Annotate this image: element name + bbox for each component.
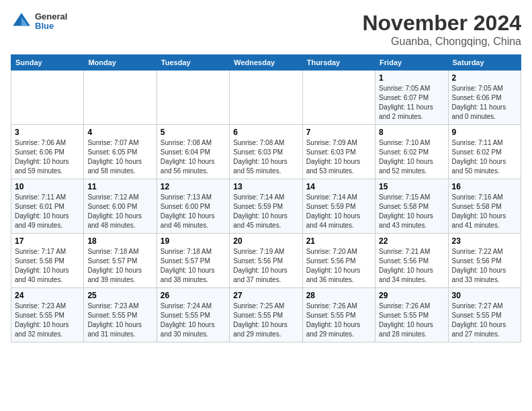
logo: General Blue <box>11 11 67 32</box>
day-number: 10 <box>15 182 80 191</box>
day-number: 13 <box>233 182 298 191</box>
calendar-week-5: 24Sunrise: 7:23 AM Sunset: 5:55 PM Dayli… <box>11 288 521 342</box>
logo-text: General Blue <box>35 12 67 32</box>
day-number: 28 <box>306 291 371 300</box>
calendar-cell: 15Sunrise: 7:15 AM Sunset: 5:58 PM Dayli… <box>375 179 448 234</box>
day-number: 11 <box>87 182 152 191</box>
calendar-cell: 6Sunrise: 7:08 AM Sunset: 6:03 PM Daylig… <box>230 125 302 179</box>
weekday-header-thursday: Thursday <box>302 55 375 71</box>
day-number: 18 <box>87 236 152 246</box>
calendar-cell: 27Sunrise: 7:25 AM Sunset: 5:55 PM Dayli… <box>230 288 302 342</box>
day-number: 30 <box>452 291 517 300</box>
day-number: 29 <box>379 291 444 300</box>
calendar-cell: 13Sunrise: 7:14 AM Sunset: 5:59 PM Dayli… <box>230 179 302 234</box>
day-info: Sunrise: 7:13 AM Sunset: 6:00 PM Dayligh… <box>161 193 226 230</box>
calendar-cell: 3Sunrise: 7:06 AM Sunset: 6:06 PM Daylig… <box>11 125 84 179</box>
calendar-table: SundayMondayTuesdayWednesdayThursdayFrid… <box>11 54 521 342</box>
day-number: 8 <box>379 128 444 137</box>
calendar-cell <box>302 71 375 125</box>
day-info: Sunrise: 7:23 AM Sunset: 5:55 PM Dayligh… <box>15 302 80 339</box>
calendar-cell: 4Sunrise: 7:07 AM Sunset: 6:05 PM Daylig… <box>84 125 157 179</box>
day-number: 4 <box>87 128 152 137</box>
day-info: Sunrise: 7:24 AM Sunset: 5:55 PM Dayligh… <box>161 302 226 339</box>
calendar-cell: 5Sunrise: 7:08 AM Sunset: 6:04 PM Daylig… <box>157 125 229 179</box>
day-number: 12 <box>161 182 226 191</box>
calendar-cell: 11Sunrise: 7:12 AM Sunset: 6:00 PM Dayli… <box>84 179 157 234</box>
day-info: Sunrise: 7:11 AM Sunset: 6:02 PM Dayligh… <box>452 138 517 176</box>
calendar-cell: 28Sunrise: 7:26 AM Sunset: 5:55 PM Dayli… <box>302 288 375 342</box>
day-info: Sunrise: 7:25 AM Sunset: 5:55 PM Dayligh… <box>233 302 298 339</box>
day-number: 7 <box>306 128 371 137</box>
calendar-cell: 20Sunrise: 7:19 AM Sunset: 5:56 PM Dayli… <box>230 234 302 288</box>
page-header: General Blue November 2024 Guanba, Chong… <box>11 11 521 48</box>
calendar-week-3: 10Sunrise: 7:11 AM Sunset: 6:01 PM Dayli… <box>11 179 521 234</box>
day-info: Sunrise: 7:26 AM Sunset: 5:55 PM Dayligh… <box>379 302 444 339</box>
calendar-cell: 24Sunrise: 7:23 AM Sunset: 5:55 PM Dayli… <box>11 288 84 342</box>
calendar-cell <box>157 71 229 125</box>
calendar-cell: 8Sunrise: 7:10 AM Sunset: 6:02 PM Daylig… <box>375 125 448 179</box>
calendar-cell <box>84 71 157 125</box>
calendar-cell <box>230 71 302 125</box>
weekday-header-wednesday: Wednesday <box>230 55 302 71</box>
logo-line1: General <box>35 12 67 21</box>
day-number: 1 <box>379 73 444 83</box>
day-info: Sunrise: 7:11 AM Sunset: 6:01 PM Dayligh… <box>15 193 80 230</box>
calendar-subtitle: Guanba, Chongqing, China <box>362 36 521 48</box>
day-number: 19 <box>161 236 226 246</box>
calendar-cell: 26Sunrise: 7:24 AM Sunset: 5:55 PM Dayli… <box>157 288 229 342</box>
day-info: Sunrise: 7:07 AM Sunset: 6:05 PM Dayligh… <box>87 138 152 176</box>
day-info: Sunrise: 7:16 AM Sunset: 5:58 PM Dayligh… <box>452 193 517 230</box>
weekday-header-sunday: Sunday <box>11 55 84 71</box>
weekday-header-friday: Friday <box>375 55 448 71</box>
day-number: 23 <box>452 236 517 246</box>
day-info: Sunrise: 7:08 AM Sunset: 6:03 PM Dayligh… <box>233 138 298 176</box>
calendar-cell: 21Sunrise: 7:20 AM Sunset: 5:56 PM Dayli… <box>302 234 375 288</box>
calendar-cell: 2Sunrise: 7:05 AM Sunset: 6:06 PM Daylig… <box>448 71 521 125</box>
calendar-cell: 9Sunrise: 7:11 AM Sunset: 6:02 PM Daylig… <box>448 125 521 179</box>
day-number: 20 <box>233 236 298 246</box>
day-info: Sunrise: 7:23 AM Sunset: 5:55 PM Dayligh… <box>87 302 152 339</box>
day-info: Sunrise: 7:06 AM Sunset: 6:06 PM Dayligh… <box>15 138 80 176</box>
calendar-week-4: 17Sunrise: 7:17 AM Sunset: 5:58 PM Dayli… <box>11 234 521 288</box>
day-number: 25 <box>87 291 152 300</box>
calendar-cell <box>11 71 84 125</box>
day-number: 5 <box>161 128 226 137</box>
day-info: Sunrise: 7:26 AM Sunset: 5:55 PM Dayligh… <box>306 302 371 339</box>
day-info: Sunrise: 7:12 AM Sunset: 6:00 PM Dayligh… <box>87 193 152 230</box>
weekday-header-monday: Monday <box>84 55 157 71</box>
day-number: 3 <box>15 128 80 137</box>
weekday-header-saturday: Saturday <box>448 55 521 71</box>
calendar-cell: 23Sunrise: 7:22 AM Sunset: 5:56 PM Dayli… <box>448 234 521 288</box>
calendar-cell: 16Sunrise: 7:16 AM Sunset: 5:58 PM Dayli… <box>448 179 521 234</box>
day-info: Sunrise: 7:27 AM Sunset: 5:55 PM Dayligh… <box>452 302 517 339</box>
day-info: Sunrise: 7:14 AM Sunset: 5:59 PM Dayligh… <box>306 193 371 230</box>
day-info: Sunrise: 7:18 AM Sunset: 5:57 PM Dayligh… <box>87 247 152 285</box>
calendar-cell: 7Sunrise: 7:09 AM Sunset: 6:03 PM Daylig… <box>302 125 375 179</box>
day-number: 6 <box>233 128 298 137</box>
calendar-week-2: 3Sunrise: 7:06 AM Sunset: 6:06 PM Daylig… <box>11 125 521 179</box>
logo-line2: Blue <box>35 21 67 31</box>
day-number: 16 <box>452 182 517 191</box>
day-info: Sunrise: 7:20 AM Sunset: 5:56 PM Dayligh… <box>306 247 371 285</box>
calendar-cell: 22Sunrise: 7:21 AM Sunset: 5:56 PM Dayli… <box>375 234 448 288</box>
day-info: Sunrise: 7:14 AM Sunset: 5:59 PM Dayligh… <box>233 193 298 230</box>
weekday-header-tuesday: Tuesday <box>157 55 229 71</box>
day-number: 15 <box>379 182 444 191</box>
day-number: 2 <box>452 73 517 83</box>
calendar-cell: 30Sunrise: 7:27 AM Sunset: 5:55 PM Dayli… <box>448 288 521 342</box>
calendar-cell: 25Sunrise: 7:23 AM Sunset: 5:55 PM Dayli… <box>84 288 157 342</box>
day-number: 21 <box>306 236 371 246</box>
day-number: 17 <box>15 236 80 246</box>
day-info: Sunrise: 7:08 AM Sunset: 6:04 PM Dayligh… <box>161 138 226 176</box>
day-info: Sunrise: 7:10 AM Sunset: 6:02 PM Dayligh… <box>379 138 444 176</box>
calendar-title: November 2024 <box>362 11 521 36</box>
day-info: Sunrise: 7:09 AM Sunset: 6:03 PM Dayligh… <box>306 138 371 176</box>
calendar-cell: 18Sunrise: 7:18 AM Sunset: 5:57 PM Dayli… <box>84 234 157 288</box>
calendar-cell: 17Sunrise: 7:17 AM Sunset: 5:58 PM Dayli… <box>11 234 84 288</box>
day-info: Sunrise: 7:05 AM Sunset: 6:06 PM Dayligh… <box>452 84 517 122</box>
calendar-header: SundayMondayTuesdayWednesdayThursdayFrid… <box>11 55 521 71</box>
calendar-body: 1Sunrise: 7:05 AM Sunset: 6:07 PM Daylig… <box>11 71 521 342</box>
title-block: November 2024 Guanba, Chongqing, China <box>362 11 521 48</box>
calendar-cell: 19Sunrise: 7:18 AM Sunset: 5:57 PM Dayli… <box>157 234 229 288</box>
day-info: Sunrise: 7:17 AM Sunset: 5:58 PM Dayligh… <box>15 247 80 285</box>
